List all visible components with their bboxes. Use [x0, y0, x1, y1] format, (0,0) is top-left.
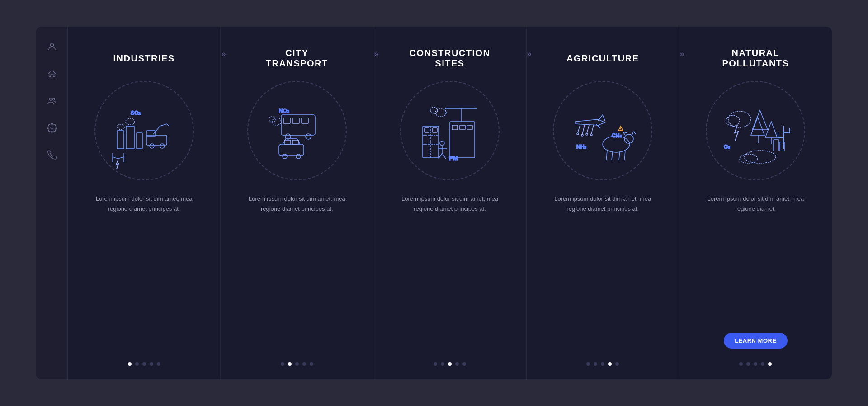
city-transport-dots [281, 362, 313, 366]
industries-desc: Lorem ipsum dolor sit dim amet, mea regi… [94, 194, 194, 353]
svg-point-12 [150, 144, 154, 148]
main-content: INDUSTRIES » SO₂ [68, 27, 832, 379]
dot-5-4[interactable] [761, 362, 764, 366]
svg-line-63 [612, 151, 613, 160]
panel-industries: INDUSTRIES » SO₂ [68, 27, 221, 379]
svg-point-23 [272, 118, 281, 125]
dot-4-1[interactable] [586, 362, 590, 366]
dot-5-3[interactable] [754, 362, 757, 366]
svg-rect-78 [774, 140, 779, 151]
transport-illustration: NO₂ [247, 81, 347, 180]
dot-1-3[interactable] [142, 362, 146, 366]
dot-4-4[interactable] [608, 362, 612, 366]
dot-5-1[interactable] [739, 362, 743, 366]
svg-point-21 [306, 134, 311, 139]
svg-text:SO₂: SO₂ [131, 110, 141, 116]
svg-point-8 [126, 118, 135, 125]
svg-line-54 [591, 125, 594, 134]
svg-rect-34 [425, 128, 429, 132]
dot-2-2[interactable] [288, 362, 292, 366]
svg-line-62 [606, 151, 607, 160]
construction-sites-dots [434, 362, 466, 366]
learn-more-button[interactable]: LEARN MORE [724, 333, 787, 349]
dot-3-4[interactable] [455, 362, 459, 366]
svg-rect-38 [460, 125, 465, 130]
svg-rect-18 [292, 118, 299, 123]
dot-5-2[interactable] [746, 362, 750, 366]
dot-1-2[interactable] [135, 362, 139, 366]
construction-sites-desc: Lorem ipsum dolor sit dim amet, mea regi… [400, 194, 500, 353]
svg-point-28 [283, 154, 287, 159]
dot-3-5[interactable] [462, 362, 466, 366]
svg-point-57 [586, 133, 588, 135]
svg-line-51 [578, 125, 580, 133]
svg-point-80 [744, 151, 776, 163]
svg-rect-10 [146, 135, 167, 145]
svg-rect-17 [283, 118, 290, 123]
dot-3-2[interactable] [441, 362, 444, 366]
home-icon[interactable] [46, 67, 58, 80]
svg-text:CH₄: CH₄ [612, 132, 622, 139]
dot-4-3[interactable] [601, 362, 604, 366]
svg-rect-26 [284, 140, 291, 144]
chevron-1: » [221, 49, 226, 59]
natural-pollutants-title: NATURALPOLLUTANTS [722, 45, 789, 72]
dot-1-4[interactable] [150, 362, 153, 366]
dot-3-3[interactable] [448, 362, 452, 366]
panel-agriculture: AGRICULTURE » [527, 27, 679, 379]
svg-point-81 [740, 154, 758, 163]
sidebar [36, 27, 68, 379]
svg-line-49 [439, 153, 442, 159]
svg-rect-37 [452, 125, 458, 130]
dot-1-5[interactable] [157, 362, 160, 366]
city-transport-desc: Lorem ipsum dolor sit dim amet, mea regi… [247, 194, 347, 353]
svg-rect-6 [137, 133, 142, 149]
agriculture-desc: Lorem ipsum dolor sit dim amet, mea regi… [553, 194, 652, 353]
dot-2-1[interactable] [281, 362, 284, 366]
agriculture-dots [586, 362, 619, 366]
settings-icon[interactable] [46, 122, 58, 134]
svg-line-50 [442, 153, 446, 159]
svg-rect-4 [117, 131, 124, 149]
svg-point-68 [620, 130, 621, 131]
svg-point-58 [590, 134, 592, 136]
group-icon[interactable] [46, 94, 58, 107]
svg-rect-5 [126, 126, 134, 149]
dot-4-5[interactable] [615, 362, 619, 366]
user-icon[interactable] [46, 40, 58, 53]
chevron-2: » [374, 49, 378, 59]
svg-rect-19 [302, 118, 308, 123]
svg-point-13 [160, 144, 165, 148]
agriculture-illustration: NH₃ CH₄ [553, 81, 652, 180]
svg-point-55 [577, 133, 579, 135]
svg-line-52 [582, 125, 585, 134]
svg-point-7 [117, 124, 124, 130]
svg-point-29 [296, 154, 301, 159]
dot-1-1[interactable] [128, 362, 132, 366]
dot-2-4[interactable] [302, 362, 306, 366]
svg-rect-39 [467, 125, 472, 130]
industries-illustration: SO₂ [94, 81, 194, 180]
dot-2-3[interactable] [295, 362, 299, 366]
svg-line-65 [624, 151, 625, 160]
dot-4-2[interactable] [594, 362, 597, 366]
dot-5-5[interactable] [768, 362, 772, 366]
panel-construction-sites: CONSTRUCTIONSITES » [373, 27, 526, 379]
svg-point-0 [50, 43, 53, 47]
svg-point-20 [285, 134, 291, 139]
svg-point-2 [52, 98, 55, 100]
chevron-3: » [527, 49, 532, 59]
svg-text:NO₂: NO₂ [279, 108, 289, 114]
natural-pollutants-dots [739, 362, 772, 366]
panel-natural-pollutants: NATURALPOLLUTANTS O₃ [679, 27, 832, 379]
dot-2-5[interactable] [310, 362, 313, 366]
dot-3-1[interactable] [434, 362, 437, 366]
svg-point-70 [726, 115, 740, 126]
svg-text:NH₃: NH₃ [576, 144, 586, 150]
svg-point-3 [51, 127, 53, 129]
phone-icon[interactable] [46, 149, 58, 161]
svg-point-1 [49, 98, 52, 101]
construction-illustration: PM [400, 81, 500, 180]
svg-marker-73 [752, 110, 768, 130]
svg-marker-72 [751, 117, 764, 135]
